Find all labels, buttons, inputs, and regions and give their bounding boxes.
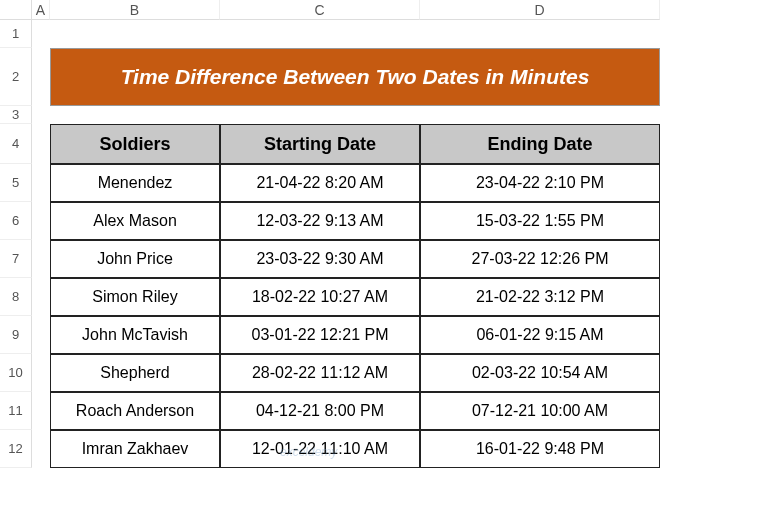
- table-row[interactable]: 23-03-22 9:30 AM: [220, 240, 420, 278]
- table-row[interactable]: 21-04-22 8:20 AM: [220, 164, 420, 202]
- cell-a12[interactable]: [32, 430, 50, 468]
- table-row[interactable]: Simon Riley: [50, 278, 220, 316]
- col-header-a[interactable]: A: [32, 0, 50, 20]
- table-row[interactable]: 03-01-22 12:21 PM: [220, 316, 420, 354]
- table-row[interactable]: 06-01-22 9:15 AM: [420, 316, 660, 354]
- table-header-end[interactable]: Ending Date: [420, 124, 660, 164]
- grid-corner: [0, 0, 32, 20]
- table-row[interactable]: 28-02-22 11:12 AM: [220, 354, 420, 392]
- table-row[interactable]: 12-01-22 11:10 AM: [220, 430, 420, 468]
- table-row[interactable]: Imran Zakhaev: [50, 430, 220, 468]
- table-row[interactable]: 27-03-22 12:26 PM: [420, 240, 660, 278]
- table-row[interactable]: 04-12-21 8:00 PM: [220, 392, 420, 430]
- cell-c3[interactable]: [220, 106, 420, 124]
- cell-a1[interactable]: [32, 20, 50, 48]
- cell-d1[interactable]: [420, 20, 660, 48]
- table-row[interactable]: Shepherd: [50, 354, 220, 392]
- row-header-11[interactable]: 11: [0, 392, 32, 430]
- cell-a9[interactable]: [32, 316, 50, 354]
- table-row[interactable]: 23-04-22 2:10 PM: [420, 164, 660, 202]
- cell-c1[interactable]: [220, 20, 420, 48]
- row-header-4[interactable]: 4: [0, 124, 32, 164]
- col-header-c[interactable]: C: [220, 0, 420, 20]
- row-header-12[interactable]: 12: [0, 430, 32, 468]
- table-header-soldiers[interactable]: Soldiers: [50, 124, 220, 164]
- title-cell[interactable]: Time Difference Between Two Dates in Min…: [50, 48, 660, 106]
- table-header-start[interactable]: Starting Date: [220, 124, 420, 164]
- cell-d3[interactable]: [420, 106, 660, 124]
- cell-a5[interactable]: [32, 164, 50, 202]
- row-header-7[interactable]: 7: [0, 240, 32, 278]
- table-row[interactable]: Alex Mason: [50, 202, 220, 240]
- cell-a6[interactable]: [32, 202, 50, 240]
- table-row[interactable]: Roach Anderson: [50, 392, 220, 430]
- cell-a8[interactable]: [32, 278, 50, 316]
- row-header-3[interactable]: 3: [0, 106, 32, 124]
- table-row[interactable]: 15-03-22 1:55 PM: [420, 202, 660, 240]
- row-header-5[interactable]: 5: [0, 164, 32, 202]
- cell-b1[interactable]: [50, 20, 220, 48]
- row-header-10[interactable]: 10: [0, 354, 32, 392]
- spreadsheet-grid: A B C D 1 2 Time Difference Between Two …: [0, 0, 767, 468]
- table-row[interactable]: John McTavish: [50, 316, 220, 354]
- col-header-d[interactable]: D: [420, 0, 660, 20]
- cell-a7[interactable]: [32, 240, 50, 278]
- row-header-8[interactable]: 8: [0, 278, 32, 316]
- row-header-9[interactable]: 9: [0, 316, 32, 354]
- cell-b3[interactable]: [50, 106, 220, 124]
- cell-a11[interactable]: [32, 392, 50, 430]
- table-row[interactable]: 21-02-22 3:12 PM: [420, 278, 660, 316]
- table-row[interactable]: 07-12-21 10:00 AM: [420, 392, 660, 430]
- col-header-b[interactable]: B: [50, 0, 220, 20]
- table-row[interactable]: 12-03-22 9:13 AM: [220, 202, 420, 240]
- cell-a4[interactable]: [32, 124, 50, 164]
- row-header-6[interactable]: 6: [0, 202, 32, 240]
- row-header-1[interactable]: 1: [0, 20, 32, 48]
- cell-a10[interactable]: [32, 354, 50, 392]
- table-row[interactable]: Menendez: [50, 164, 220, 202]
- cell-a3[interactable]: [32, 106, 50, 124]
- cell-a2[interactable]: [32, 48, 50, 106]
- row-header-2[interactable]: 2: [0, 48, 32, 106]
- table-row[interactable]: 18-02-22 10:27 AM: [220, 278, 420, 316]
- table-row[interactable]: John Price: [50, 240, 220, 278]
- table-row[interactable]: 02-03-22 10:54 AM: [420, 354, 660, 392]
- table-row[interactable]: 16-01-22 9:48 PM: [420, 430, 660, 468]
